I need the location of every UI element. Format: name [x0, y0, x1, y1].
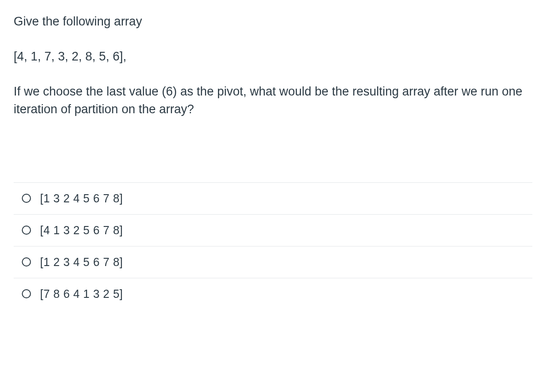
option-label: [7 8 6 4 1 3 2 5] — [40, 287, 123, 301]
option-1[interactable]: [1 3 2 4 5 6 7 8] — [14, 183, 532, 215]
option-3[interactable]: [1 2 3 4 5 6 7 8] — [14, 246, 532, 278]
radio-icon — [22, 289, 31, 298]
radio-icon — [22, 194, 31, 203]
option-label: [4 1 3 2 5 6 7 8] — [40, 224, 123, 237]
question-line-3: If we choose the last value (6) as the p… — [14, 83, 532, 118]
options-list: [1 3 2 4 5 6 7 8] [4 1 3 2 5 6 7 8] [1 2… — [14, 182, 532, 310]
radio-icon — [22, 226, 31, 235]
question-line-1: Give the following array — [14, 13, 532, 30]
option-4[interactable]: [7 8 6 4 1 3 2 5] — [14, 278, 532, 310]
option-label: [1 3 2 4 5 6 7 8] — [40, 192, 123, 205]
radio-icon — [22, 257, 31, 266]
option-2[interactable]: [4 1 3 2 5 6 7 8] — [14, 215, 532, 246]
option-label: [1 2 3 4 5 6 7 8] — [40, 256, 123, 269]
question-stem: Give the following array [4, 1, 7, 3, 2,… — [14, 13, 532, 119]
question-line-2: [4, 1, 7, 3, 2, 8, 5, 6], — [14, 48, 532, 65]
